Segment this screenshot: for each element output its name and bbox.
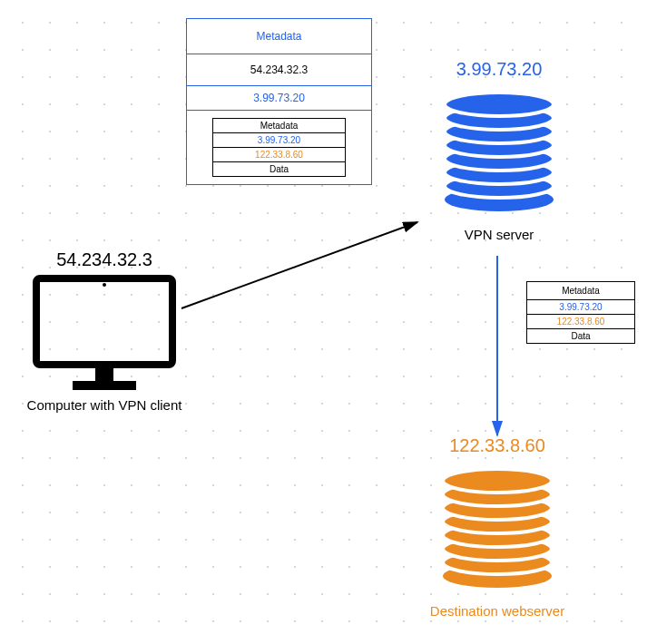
inner-packet-data: Data bbox=[213, 162, 345, 176]
inner-copy-data: Data bbox=[527, 329, 634, 343]
inner-packet: Metadata 3.99.73.20 122.33.8.60 Data bbox=[212, 118, 346, 177]
outer-packet-src: 54.234.32.3 bbox=[187, 54, 371, 86]
client-ip: 54.234.32.3 bbox=[56, 249, 152, 269]
vpn-node: 3.99.73.20 VPN server bbox=[417, 59, 581, 242]
svg-point-19 bbox=[443, 469, 552, 493]
inner-packet-dst: 122.33.8.60 bbox=[213, 148, 345, 162]
dest-node: 122.33.8.60 Destination webserver bbox=[416, 435, 579, 619]
inner-copy-src: 3.99.73.20 bbox=[527, 300, 634, 315]
outer-packet-metadata: Metadata bbox=[187, 19, 371, 54]
svg-point-1 bbox=[103, 283, 106, 287]
outer-packet-dst: 3.99.73.20 bbox=[187, 86, 371, 111]
svg-rect-2 bbox=[95, 365, 113, 381]
inner-packet-metadata: Metadata bbox=[213, 119, 345, 133]
dest-ip: 122.33.8.60 bbox=[449, 435, 545, 455]
inner-packet-copy: Metadata 3.99.73.20 122.33.8.60 Data bbox=[526, 281, 635, 344]
outer-packet: Metadata 54.234.32.3 3.99.73.20 Metadata… bbox=[186, 18, 372, 185]
inner-packet-src: 3.99.73.20 bbox=[213, 133, 345, 148]
server-stack-icon bbox=[429, 460, 565, 596]
inner-copy-metadata: Metadata bbox=[527, 282, 634, 300]
svg-rect-3 bbox=[73, 381, 136, 390]
server-stack-icon bbox=[431, 83, 567, 220]
vpn-ip: 3.99.73.20 bbox=[456, 59, 543, 79]
client-label: Computer with VPN client bbox=[18, 397, 191, 413]
arrow-client-to-vpn bbox=[181, 222, 417, 308]
computer-icon bbox=[27, 274, 181, 392]
svg-rect-0 bbox=[36, 278, 172, 365]
svg-point-11 bbox=[445, 93, 554, 116]
inner-copy-dst: 122.33.8.60 bbox=[527, 315, 634, 329]
client-node: 54.234.32.3 Computer with VPN client bbox=[18, 249, 191, 413]
vpn-label: VPN server bbox=[417, 227, 581, 242]
dest-label: Destination webserver bbox=[416, 603, 579, 619]
